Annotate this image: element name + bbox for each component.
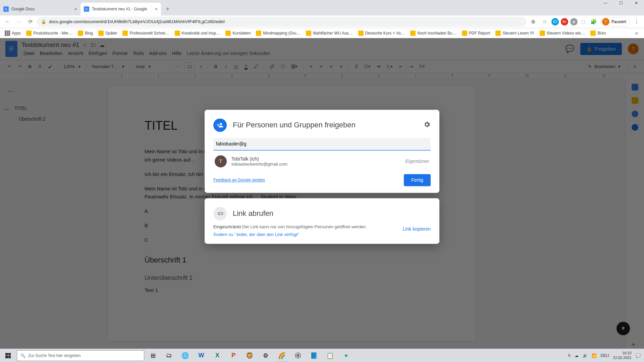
folder-icon: [540, 31, 545, 36]
tab-title: Textdokument neu #1 - Google: [92, 7, 147, 11]
tray-clock[interactable]: 16:32 22.02.2021: [613, 351, 632, 360]
bookmark-item[interactable]: Später: [96, 29, 119, 37]
tabstrip: ≡ Google Docs × ≡ Textdokument neu #1 - …: [0, 0, 644, 15]
tray-notifications-icon[interactable]: 💬: [636, 353, 641, 358]
taskbar-explorer[interactable]: 🗂: [161, 349, 177, 362]
done-button[interactable]: Fertig: [404, 174, 431, 186]
folder-icon: [98, 31, 104, 36]
settings-icon[interactable]: [423, 121, 431, 129]
folder-icon: [175, 31, 180, 36]
share-dialog-title: Für Personen und Gruppen freigeben: [233, 121, 356, 129]
bookmark-item[interactable]: Professionell Schrei…: [120, 29, 171, 37]
bookmark-item[interactable]: Blog: [76, 29, 95, 37]
bookmark-item[interactable]: Kursideen: [223, 29, 253, 37]
omnibox[interactable]: 🔒 docs.google.com/document/d/1hUH8k6h7Lb…: [37, 17, 527, 27]
extension-icon[interactable]: ⛔: [561, 18, 568, 25]
link-icon: [213, 207, 227, 220]
reload-button[interactable]: ⟳: [25, 17, 35, 26]
bookmarks-bar: Apps Produktsuche - Mer… Blog Später Pro…: [0, 28, 644, 38]
docs-favicon: ≡: [84, 6, 89, 12]
profile-status: Pausiert: [611, 19, 626, 24]
extension-icon[interactable]: ⬚: [580, 18, 587, 25]
tray-volume-icon[interactable]: 🔊: [583, 353, 588, 358]
bookmark-item[interactable]: Wahlfächer WU Aus…: [304, 29, 355, 37]
tab-title: Google Docs: [11, 7, 35, 11]
bookmark-item[interactable]: Mindmapping (Gru…: [254, 29, 302, 37]
clock-time: 16:32: [613, 351, 632, 355]
start-button[interactable]: [0, 349, 16, 362]
taskbar-powerpoint[interactable]: P: [225, 349, 241, 362]
taskbar-obs[interactable]: ⚙: [258, 349, 274, 362]
copy-link-button[interactable]: Link kopieren: [403, 223, 431, 232]
folder-icon: [256, 31, 261, 36]
tray-overflow[interactable]: ᐱ: [568, 353, 571, 358]
bookmark-label: Apps: [12, 31, 21, 36]
bookmark-item[interactable]: PDF Report: [460, 29, 492, 37]
taskbar-word[interactable]: W: [193, 349, 209, 362]
taskbar-spotify[interactable]: ●: [338, 349, 354, 362]
apps-button[interactable]: Apps: [3, 29, 23, 37]
bookmark-label: Mindmapping (Gru…: [263, 31, 300, 36]
extension-icon[interactable]: iO: [551, 18, 559, 25]
folder-icon: [410, 31, 416, 36]
browser-tab-1[interactable]: ≡ Textdokument neu #1 - Google ×: [80, 3, 161, 15]
taskbar-app[interactable]: 🦁: [241, 349, 258, 362]
share-dialog: Für Personen und Gruppen freigeben T Tob…: [205, 110, 439, 193]
folder-icon: [306, 31, 311, 36]
profile-badge[interactable]: T Pausiert: [600, 17, 630, 26]
taskbar-excel[interactable]: X: [209, 349, 225, 362]
star-icon[interactable]: ☆: [540, 17, 549, 26]
taskbar-chrome[interactable]: 🌈: [274, 349, 290, 362]
tray-wifi-icon[interactable]: 📶: [592, 353, 597, 358]
person-email: tobiasbeckerinfo@gmail.com: [231, 162, 400, 167]
extension-icon[interactable]: ●: [570, 18, 578, 25]
back-button[interactable]: ←: [3, 17, 12, 26]
restricted-desc: Der Link kann nur von hinzugefügten Pers…: [241, 224, 366, 229]
close-window-button[interactable]: ✕: [629, 0, 644, 6]
taskbar-app3[interactable]: 📋: [322, 349, 338, 362]
link-dialog-title: Link abrufen: [233, 209, 273, 218]
close-tab-icon[interactable]: ×: [155, 6, 158, 12]
change-link-access[interactable]: Ändern zu "Jeder, der über den Link verf…: [213, 232, 403, 237]
lock-icon: 🔒: [41, 19, 46, 24]
extensions-button[interactable]: 🧩: [589, 17, 598, 26]
forward-button[interactable]: →: [14, 17, 23, 26]
tray-language[interactable]: DEU: [601, 353, 609, 358]
taskbar-edge[interactable]: 🌐: [177, 349, 193, 362]
bookmark-item[interactable]: Steuern Lesen !!!!: [493, 29, 536, 37]
bookmark-label: Später: [105, 31, 117, 36]
taskbar-app2[interactable]: 📘: [306, 349, 322, 362]
bookmark-item[interactable]: Steuern Videos wic…: [538, 29, 587, 37]
close-tab-icon[interactable]: ×: [74, 6, 77, 12]
bookmark-item[interactable]: Noch hochladen Bu…: [408, 29, 459, 37]
maximize-button[interactable]: ☐: [613, 0, 629, 6]
task-view-button[interactable]: ⊞: [145, 349, 161, 362]
taskbar-search[interactable]: 🔍 Zur Suche Text hier eingeben: [17, 350, 144, 361]
browser-tab-0[interactable]: ≡ Google Docs ×: [0, 3, 80, 15]
url-text: docs.google.com/document/d/1hUH8k6h7Lb8y…: [49, 19, 225, 24]
bookmark-item[interactable]: Büro: [588, 29, 608, 37]
bookmark-label: Steuern Videos wic…: [547, 31, 585, 36]
address-bar: ← → ⟳ 🔒 docs.google.com/document/d/1hUH8…: [0, 15, 644, 28]
zoom-icon[interactable]: ⊕: [529, 17, 538, 26]
share-people-input[interactable]: [213, 138, 431, 150]
restricted-label: Eingeschränkt: [213, 224, 241, 229]
bookmark-label: Kreativität und Insp…: [182, 31, 220, 36]
bookmark-item[interactable]: Deutsche Kurs + Vo…: [356, 29, 407, 37]
folder-icon: [122, 31, 128, 36]
feedback-link[interactable]: Feedback an Google senden: [213, 178, 265, 182]
avatar-icon: T: [602, 18, 609, 25]
search-placeholder: Zur Suche Text hier eingeben: [28, 353, 81, 358]
taskbar-edge2[interactable]: ⓔ: [290, 349, 306, 362]
minimize-button[interactable]: ―: [598, 0, 613, 6]
bookmark-label: Deutsche Kurs + Vo…: [365, 31, 405, 36]
folder-icon: [590, 31, 596, 36]
new-tab-button[interactable]: +: [163, 4, 172, 14]
bookmark-item[interactable]: Produktsuche - Mer…: [24, 29, 74, 37]
tray-onedrive-icon[interactable]: ☁: [575, 353, 579, 358]
folder-icon: [495, 31, 501, 36]
bookmarks-overflow[interactable]: »: [632, 28, 641, 38]
browser-menu-button[interactable]: ⋮: [632, 17, 641, 26]
person-avatar: T: [215, 155, 227, 167]
bookmark-item[interactable]: Kreativität und Insp…: [173, 29, 222, 37]
